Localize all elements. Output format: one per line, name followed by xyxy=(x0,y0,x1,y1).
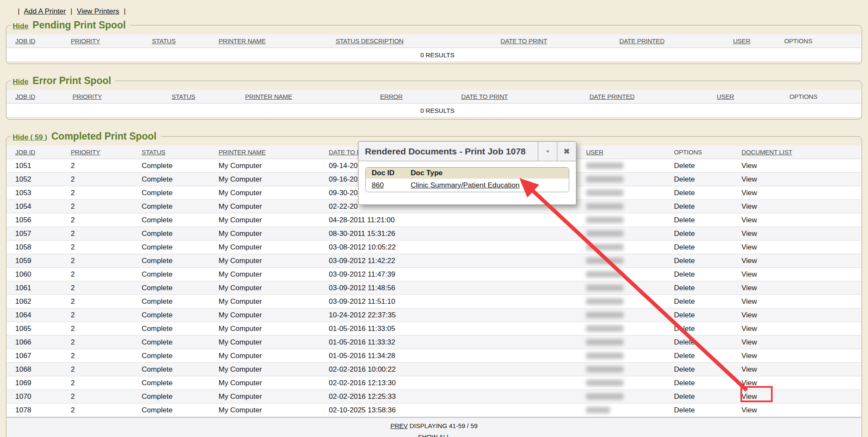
column-header-label[interactable]: USER xyxy=(586,148,604,156)
column-header-label[interactable]: PRINTER NAME xyxy=(245,93,292,100)
view-link[interactable]: View xyxy=(742,175,757,183)
column-header-date-to-print[interactable]: DATE TO PRINT xyxy=(492,34,611,48)
column-header-label[interactable]: JOB ID xyxy=(15,93,35,100)
view-link[interactable]: View xyxy=(742,216,757,224)
completed-section-title: Completed Print Spool xyxy=(51,131,156,142)
delete-link[interactable]: Delete xyxy=(674,379,695,387)
view-link[interactable]: View xyxy=(742,352,757,360)
delete-link[interactable]: Delete xyxy=(674,189,695,197)
completed-hide-link[interactable]: Hide ( 59 ) xyxy=(13,133,47,142)
view-link[interactable]: View xyxy=(742,392,757,401)
delete-link[interactable]: Delete xyxy=(674,257,695,265)
column-header-label[interactable]: USER xyxy=(717,93,734,100)
column-header-label[interactable]: DOCUMENT LIST xyxy=(742,148,793,156)
user-cell xyxy=(578,349,666,363)
delete-link[interactable]: Delete xyxy=(674,243,695,251)
column-header-printer-name[interactable]: PRINTER NAME xyxy=(210,146,320,159)
status-cell: Complete xyxy=(133,322,210,336)
column-header-label[interactable]: JOB ID xyxy=(15,148,35,156)
column-header-status-description[interactable]: STATUS DESCRIPTION xyxy=(327,34,492,48)
prev-page-link[interactable]: PREV xyxy=(390,422,408,429)
view-link[interactable]: View xyxy=(742,270,757,278)
view-link[interactable]: View xyxy=(742,338,757,346)
view-link[interactable]: View xyxy=(742,202,757,210)
dialog-collapse-button[interactable]: ▼ xyxy=(538,142,557,161)
column-header-status[interactable]: STATUS xyxy=(144,34,210,48)
doc-id-link[interactable]: 860 xyxy=(372,181,384,189)
view-link[interactable]: View xyxy=(742,284,757,292)
column-header-label[interactable]: PRIORITY xyxy=(71,37,100,45)
column-header-printer-name[interactable]: PRINTER NAME xyxy=(236,90,372,104)
view-link[interactable]: View xyxy=(742,406,757,414)
column-header-label[interactable]: USER xyxy=(733,37,750,45)
column-header-job-id[interactable]: JOB ID xyxy=(7,34,62,48)
column-header-label[interactable]: ERROR xyxy=(380,93,403,100)
column-header-label[interactable]: DATE PRINTED xyxy=(590,93,635,100)
view-link[interactable]: View xyxy=(742,365,757,373)
column-header-label[interactable]: PRIORITY xyxy=(72,93,102,100)
column-header-status[interactable]: STATUS xyxy=(163,90,236,104)
column-header-label[interactable]: PRIORITY xyxy=(71,148,100,156)
column-header-label[interactable]: STATUS xyxy=(152,37,176,45)
view-link[interactable]: View xyxy=(742,325,757,333)
view-link[interactable]: View xyxy=(742,162,757,170)
column-header-job-id[interactable]: JOB ID xyxy=(7,146,62,159)
error-hide-link[interactable]: Hide xyxy=(13,78,28,86)
column-header-job-id[interactable]: JOB ID xyxy=(7,90,64,104)
column-header-label[interactable]: DATE TO PRINT xyxy=(461,93,508,100)
delete-link[interactable]: Delete xyxy=(674,202,695,210)
column-header-label[interactable]: PRINTER NAME xyxy=(219,37,266,45)
view-link[interactable]: View xyxy=(742,311,757,319)
column-header-priority[interactable]: PRIORITY xyxy=(62,146,133,159)
delete-link[interactable]: Delete xyxy=(674,297,695,305)
column-header-document-list[interactable]: DOCUMENT LIST xyxy=(733,146,861,159)
column-header-label[interactable]: STATUS DESCRIPTION xyxy=(336,37,403,45)
column-header-label[interactable]: STATUS xyxy=(172,93,195,100)
view-link[interactable]: View xyxy=(742,189,757,197)
delete-link[interactable]: Delete xyxy=(674,311,695,319)
column-header-error[interactable]: ERROR xyxy=(372,90,453,104)
delete-link[interactable]: Delete xyxy=(674,365,695,373)
delete-link[interactable]: Delete xyxy=(674,406,695,414)
column-header-date-printed[interactable]: DATE PRINTED xyxy=(611,34,724,48)
view-link[interactable]: View xyxy=(742,297,757,305)
show-all-link[interactable]: SHOW ALL xyxy=(418,433,451,437)
column-header-priority[interactable]: PRIORITY xyxy=(62,34,144,48)
column-header-user[interactable]: USER xyxy=(708,90,781,104)
delete-link[interactable]: Delete xyxy=(674,284,695,292)
view-link[interactable]: View xyxy=(742,257,757,265)
delete-link[interactable]: Delete xyxy=(674,338,695,346)
delete-link[interactable]: Delete xyxy=(674,175,695,183)
delete-link[interactable]: Delete xyxy=(674,162,695,170)
document-list-cell: View xyxy=(733,173,861,186)
doc-type-link[interactable]: Clinic Summary/Patient Education xyxy=(411,181,520,189)
column-header-date-printed[interactable]: DATE PRINTED xyxy=(581,90,708,104)
delete-link[interactable]: Delete xyxy=(674,270,695,278)
delete-link[interactable]: Delete xyxy=(674,325,695,333)
view-printers-link[interactable]: View Printers xyxy=(77,7,119,15)
column-header-label[interactable]: PRINTER NAME xyxy=(219,148,266,156)
view-link[interactable]: View xyxy=(742,243,757,251)
column-header-printer-name[interactable]: PRINTER NAME xyxy=(210,34,327,48)
column-header-label[interactable]: DATE PRINTED xyxy=(619,37,665,45)
column-header-date-to-print[interactable]: DATE TO PRINT xyxy=(453,90,581,104)
job-id-cell: 1057 xyxy=(7,227,62,241)
pending-hide-link[interactable]: Hide xyxy=(13,22,28,31)
user-cell xyxy=(578,308,666,322)
view-link[interactable]: View xyxy=(742,379,757,387)
view-link[interactable]: View xyxy=(742,230,757,238)
completed-row-1057: 10572CompleteMy Computer08-30-2011 15:31… xyxy=(7,227,861,241)
dialog-close-button[interactable]: ✖ xyxy=(557,142,576,161)
delete-link[interactable]: Delete xyxy=(674,392,695,401)
delete-link[interactable]: Delete xyxy=(674,216,695,224)
add-a-printer-link[interactable]: Add A Printer xyxy=(24,7,66,15)
column-header-user[interactable]: USER xyxy=(578,146,666,159)
column-header-label[interactable]: JOB ID xyxy=(15,37,35,45)
column-header-label[interactable]: STATUS xyxy=(142,148,165,156)
column-header-priority[interactable]: PRIORITY xyxy=(64,90,163,104)
column-header-label[interactable]: DATE TO PRINT xyxy=(501,37,547,45)
delete-link[interactable]: Delete xyxy=(674,352,695,360)
delete-link[interactable]: Delete xyxy=(674,230,695,238)
column-header-user[interactable]: USER xyxy=(724,34,776,48)
column-header-status[interactable]: STATUS xyxy=(133,146,210,159)
